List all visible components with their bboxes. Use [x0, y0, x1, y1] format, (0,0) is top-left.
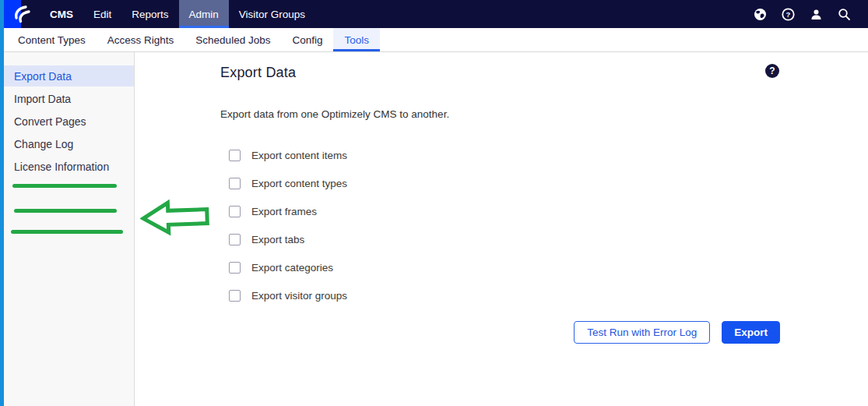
topnav-item-edit[interactable]: Edit — [83, 0, 121, 28]
topnav-icon-group: ? — [754, 0, 868, 28]
optimizely-logo-icon — [9, 3, 34, 25]
tools-sidebar: Export Data Import Data Convert Pages Ch… — [4, 52, 135, 406]
option-row-export-categories: Export categories — [229, 253, 868, 281]
option-row-export-visitor-groups: Export visitor groups — [229, 281, 868, 309]
admin-subnav: Content Types Access Rights Scheduled Jo… — [4, 28, 868, 52]
subnav-item-content-types[interactable]: Content Types — [7, 28, 97, 51]
option-row-export-tabs: Export tabs — [229, 225, 868, 253]
export-categories-checkbox[interactable] — [229, 262, 241, 274]
test-run-button[interactable]: Test Run with Error Log — [574, 321, 710, 344]
topnav-item-reports[interactable]: Reports — [121, 0, 178, 28]
subnav-item-access-rights[interactable]: Access Rights — [97, 28, 185, 51]
subnav-item-scheduled-jobs[interactable]: Scheduled Jobs — [184, 28, 281, 51]
page-description: Export data from one Optimizely CMS to a… — [220, 108, 868, 120]
export-tabs-label[interactable]: Export tabs — [251, 234, 304, 245]
annotation-green-line-2 — [14, 209, 117, 213]
sidebar-item-change-log[interactable]: Change Log — [4, 133, 134, 154]
sidebar-item-convert-pages[interactable]: Convert Pages — [4, 111, 134, 132]
export-data-panel: Export Data ? Export data from one Optim… — [135, 52, 868, 406]
annotation-green-line-1 — [12, 184, 117, 188]
option-row-export-frames: Export frames — [229, 197, 868, 225]
search-icon[interactable] — [838, 8, 851, 21]
topnav-item-visitor-groups[interactable]: Visitor Groups — [229, 0, 315, 28]
context-help-icon[interactable]: ? — [765, 64, 779, 78]
sidebar-item-export-data[interactable]: Export Data — [4, 65, 134, 86]
subnav-item-tools[interactable]: Tools — [333, 28, 380, 51]
annotation-arrow-icon — [139, 195, 211, 238]
help-icon[interactable]: ? — [782, 8, 795, 21]
export-visitor-groups-checkbox[interactable] — [229, 290, 241, 302]
topnav-item-admin[interactable]: Admin — [179, 0, 229, 28]
export-frames-label[interactable]: Export frames — [251, 206, 317, 217]
export-content-types-label[interactable]: Export content types — [251, 178, 347, 189]
annotation-green-line-3 — [11, 230, 123, 234]
option-row-export-content-items: Export content items — [229, 141, 868, 169]
export-content-items-label[interactable]: Export content items — [251, 150, 347, 161]
export-categories-label[interactable]: Export categories — [251, 262, 333, 274]
page: CMS Edit Reports Admin Visitor Groups ? — [0, 0, 868, 406]
export-options-list: Export content items Export content type… — [229, 141, 868, 309]
export-content-items-checkbox[interactable] — [229, 150, 241, 161]
subnav-item-config[interactable]: Config — [281, 28, 333, 51]
sidebar-item-license-information[interactable]: License Information — [4, 156, 134, 177]
option-row-export-content-types: Export content types — [229, 169, 868, 197]
user-icon[interactable] — [810, 8, 823, 21]
export-content-types-checkbox[interactable] — [229, 178, 241, 189]
action-button-row: Test Run with Error Log Export — [220, 321, 868, 344]
svg-text:?: ? — [786, 10, 791, 19]
top-navbar: CMS Edit Reports Admin Visitor Groups ? — [4, 0, 868, 28]
export-tabs-checkbox[interactable] — [229, 234, 241, 245]
optimizely-logo[interactable] — [4, 0, 40, 28]
export-frames-checkbox[interactable] — [229, 206, 241, 217]
sidebar-item-import-data[interactable]: Import Data — [4, 88, 134, 109]
export-visitor-groups-label[interactable]: Export visitor groups — [251, 290, 347, 302]
export-button[interactable]: Export — [722, 321, 780, 344]
topnav-item-cms[interactable]: CMS — [40, 0, 83, 28]
globe-icon[interactable] — [754, 8, 767, 21]
